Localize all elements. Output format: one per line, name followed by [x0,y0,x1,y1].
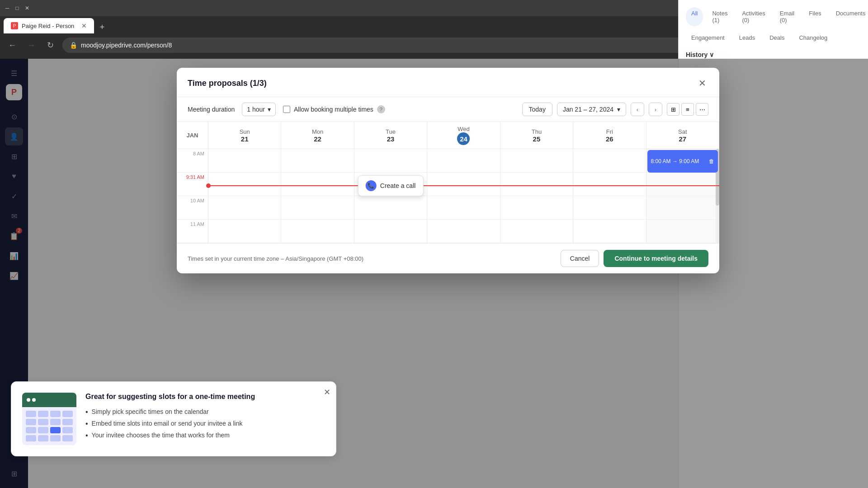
cal-header-wed: Wed 24 [427,122,500,149]
dialog-toolbar: Meeting duration 1 hour ▾ Allow booking … [177,97,719,122]
sat-num: 27 [679,135,686,143]
cal-col-wed[interactable] [427,149,500,243]
create-call-tooltip[interactable]: 📞 Create a call [358,175,424,196]
cal-header-fri: Fri 26 [573,122,646,149]
mon-label: Mon [312,128,323,135]
window-controls[interactable]: ─ □ ✕ [4,5,31,12]
cal-header-sat: Sat 27 [646,122,719,149]
thu-cell-2[interactable] [500,173,573,196]
time-proposals-dialog: Time proposals (1/3) ✕ Meeting duration … [177,68,719,273]
sat-cell-2[interactable] [646,173,719,196]
tab-documents[interactable]: Documents [830,7,868,26]
cal-col-mon[interactable] [281,149,354,243]
url-bar[interactable]: 🔒 moodjoy.pipedrive.com/person/8 [62,38,766,53]
tue-cell-1[interactable] [354,149,427,173]
sun-cell-3[interactable] [208,196,281,220]
timezone-info: Times set in your current time zone – As… [188,255,363,262]
tab-all[interactable]: All [686,7,703,26]
time-931am: 9:31 AM [177,173,208,196]
fri-cell-4[interactable] [573,220,646,243]
sat-cell-4[interactable] [646,220,719,243]
current-time-dot [206,183,211,188]
wed-cell-1[interactable] [427,149,500,173]
url-text: moodjoy.pipedrive.com/person/8 [81,42,172,49]
sun-cell-2[interactable] [208,173,281,196]
refresh-button[interactable]: ↻ [43,38,57,52]
tab-close-button[interactable]: ✕ [81,22,87,29]
calendar-area: JAN Sun 21 Mon 22 Tue 23 Wed 24 [177,122,719,243]
continue-button[interactable]: Continue to meeting details [604,250,708,267]
wed-cell-4[interactable] [427,220,500,243]
duration-select[interactable]: 1 hour ▾ [242,103,276,116]
tab-files[interactable]: Files [803,7,826,26]
help-icon[interactable]: ? [377,105,385,113]
next-week-button[interactable]: › [649,103,662,116]
maximize-button[interactable]: □ [14,5,21,12]
thu-cell-3[interactable] [500,196,573,220]
cal-col-sun[interactable] [208,149,281,243]
toolbar-right: Today Jan 21 – 27, 2024 ▾ ‹ › ⊞ ≡ ⋯ [522,103,708,116]
booking-block-delete-icon[interactable]: 🗑 [709,158,714,164]
sun-cell-1[interactable] [208,149,281,173]
date-range-select[interactable]: Jan 21 – 27, 2024 ▾ [557,103,626,116]
cal-col-fri[interactable] [573,149,646,243]
phone-icon: 📞 [366,180,377,191]
time-gutter: 8 AM 9:31 AM 10 AM 11 AM [177,149,208,243]
mon-cell-3[interactable] [281,196,354,220]
sat-cell-3[interactable] [646,196,719,220]
dialog-close-button[interactable]: ✕ [696,77,708,89]
grid-view-button[interactable]: ⊞ [667,103,679,116]
cal-col-thu[interactable] [500,149,573,243]
allow-multiple-checkbox[interactable] [283,106,290,113]
wed-label: Wed [458,126,470,132]
more-options-button[interactable]: ⋯ [696,103,708,116]
browser-tab[interactable]: P Paige Reid - Person ✕ [4,18,94,33]
tue-cell-4[interactable] [354,220,427,243]
sun-cell-4[interactable] [208,220,281,243]
thu-cell-1[interactable] [500,149,573,173]
cal-col-sat[interactable]: 8:00 AM → 9:00 AM 🗑 [646,149,719,243]
tue-label: Tue [386,128,396,135]
fri-cell-3[interactable] [573,196,646,220]
cal-header-thu: Thu 25 [500,122,573,149]
fri-cell-2[interactable] [573,173,646,196]
calendar-body[interactable]: 8 AM 9:31 AM 10 AM 11 AM [177,149,719,243]
calendar-header: JAN Sun 21 Mon 22 Tue 23 Wed 24 [177,122,719,149]
history-header: History ∨ [686,51,861,58]
cal-header-mon: Mon 22 [281,122,354,149]
mon-cell-4[interactable] [281,220,354,243]
thu-label: Thu [532,128,542,135]
cal-header-sun: Sun 21 [208,122,281,149]
tue-cell-3[interactable] [354,196,427,220]
list-view-button[interactable]: ≡ [681,103,694,116]
cancel-button[interactable]: Cancel [561,250,599,267]
tab-leads[interactable]: Leads [734,32,760,44]
tab-changelog[interactable]: Changelog [793,32,833,44]
forward-button[interactable]: → [24,38,38,52]
back-button[interactable]: ← [5,38,19,52]
time-8am: 8 AM [177,149,208,173]
cal-col-tue[interactable]: 📞 Create a call [354,149,427,243]
allow-multiple-checkbox-wrap: Allow booking multiple times ? [283,105,385,113]
dialog-title: Time proposals (1/3) [188,79,267,88]
new-tab-button[interactable]: + [96,21,108,33]
date-range-dropdown-icon: ▾ [617,106,620,113]
wed-cell-2[interactable] [427,173,500,196]
wed-num: 24 [457,132,470,145]
tab-activities[interactable]: Activities (0) [736,7,770,26]
fri-cell-1[interactable] [573,149,646,173]
tab-email[interactable]: Email (0) [774,7,800,26]
minimize-button[interactable]: ─ [4,5,11,12]
tab-deals[interactable]: Deals [764,32,790,44]
wed-cell-3[interactable] [427,196,500,220]
mon-cell-2[interactable] [281,173,354,196]
tab-engagement[interactable]: Engagement [686,32,730,44]
tab-notes[interactable]: Notes (1) [707,7,733,26]
today-button[interactable]: Today [522,103,552,116]
mon-cell-1[interactable] [281,149,354,173]
booking-block[interactable]: 8:00 AM → 9:00 AM 🗑 [647,150,718,173]
close-button[interactable]: ✕ [24,5,31,12]
thu-cell-4[interactable] [500,220,573,243]
prev-week-button[interactable]: ‹ [631,103,644,116]
right-panel-tabs: All Notes (1) Activities (0) Email (0) F… [686,7,861,26]
